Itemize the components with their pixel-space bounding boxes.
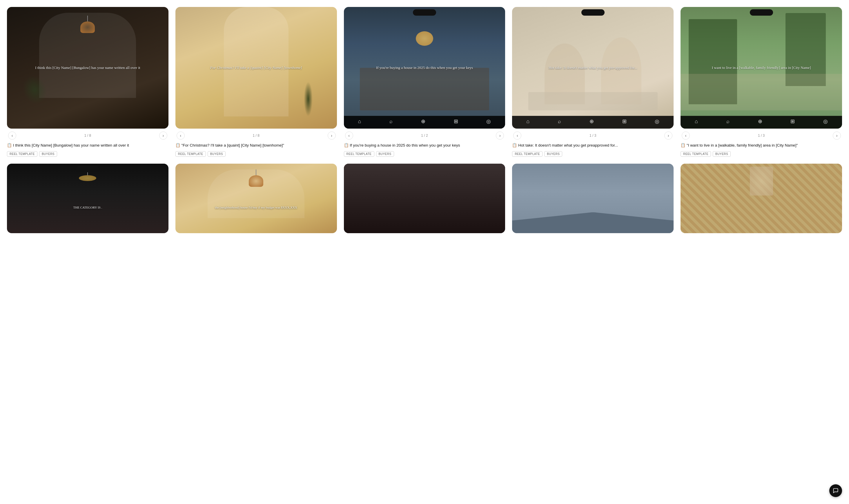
tag-buyers-2[interactable]: BUYERS	[208, 151, 226, 157]
card-6-overlay: THE CATEGORY IS .	[7, 205, 169, 210]
circle-icon-5[interactable]: ◎	[823, 118, 828, 125]
laptop-decor	[528, 92, 657, 110]
home-icon-5[interactable]: ⌂	[695, 119, 698, 125]
grid-icon-5[interactable]: ⊞	[791, 118, 795, 125]
island-decor	[360, 68, 489, 110]
cylinder-decor	[750, 166, 773, 196]
card-3-next[interactable]: ›	[496, 131, 504, 140]
card-9	[512, 164, 674, 233]
card-2-page: 1 / 8	[253, 133, 260, 138]
card-9-image[interactable]	[512, 164, 674, 233]
card-7-overlay: the [neighborhood] house I'd buy if my b…	[175, 205, 337, 210]
card-4-next[interactable]: ›	[664, 131, 672, 140]
card-3-nav: ‹ 1 / 2 ›	[344, 131, 505, 140]
card-4-prev[interactable]: ‹	[513, 131, 521, 140]
card-3-title: 📋 If you're buying a house in 2025 do th…	[344, 143, 505, 148]
pendant-lamp	[416, 31, 433, 46]
card-4-tags: REEL TEMPLATE BUYERS	[512, 151, 674, 157]
phone-bar-5: ⌂ ⌕ ⊕ ⊞ ◎	[680, 116, 842, 129]
card-5-next[interactable]: ›	[833, 131, 841, 140]
card-7-image[interactable]: the [neighborhood] house I'd buy if my b…	[175, 164, 337, 233]
card-grid: I think this [City Name] [Bungalow] has …	[0, 0, 849, 240]
tag-buyers-5[interactable]: BUYERS	[713, 151, 731, 157]
tag-reel-3[interactable]: REEL TEMPLATE	[344, 151, 374, 157]
card-4-title: 📋 Hot take: It doesn't matter what you g…	[512, 143, 674, 148]
card-2-tags: REEL TEMPLATE BUYERS	[175, 151, 337, 157]
card-5-nav: ‹ 1 / 3 ›	[680, 131, 842, 140]
card-2-overlay: For Christmas? I'll take a [quaint] [Cit…	[175, 65, 337, 70]
tag-reel-1[interactable]: REEL TEMPLATE	[7, 151, 37, 157]
card-2-nav: ‹ 1 / 8 ›	[175, 131, 337, 140]
card-6-image[interactable]: THE CATEGORY IS .	[7, 164, 169, 233]
lamp-decor	[80, 16, 95, 33]
tag-buyers-3[interactable]: BUYERS	[376, 151, 394, 157]
card-1-nav: ‹ 1 / 8 ›	[7, 131, 169, 140]
phone-bar-3: ⌂ ⌕ ⊕ ⊞ ◎	[344, 116, 505, 129]
card-4-page: 1 / 3	[589, 133, 596, 138]
street-decor	[680, 74, 842, 110]
tag-reel-5[interactable]: REEL TEMPLATE	[680, 151, 711, 157]
grid-icon-4[interactable]: ⊞	[622, 118, 627, 125]
search-icon-3[interactable]: ⌕	[389, 119, 393, 125]
card-3: If you're buying a house in 2025 do this…	[344, 7, 505, 157]
doorway-decor	[224, 7, 289, 116]
add-icon-4[interactable]: ⊕	[589, 118, 594, 125]
card-8	[344, 164, 505, 233]
card-10	[680, 164, 842, 233]
card-4-nav: ‹ 1 / 3 ›	[512, 131, 674, 140]
card-3-image[interactable]: If you're buying a house in 2025 do this…	[344, 7, 505, 129]
add-icon-5[interactable]: ⊕	[758, 118, 762, 125]
card-4-overlay: Hot take: It doesn't matter what you get…	[512, 65, 674, 70]
grid-icon-3[interactable]: ⊞	[454, 118, 458, 125]
search-icon-4[interactable]: ⌕	[558, 119, 561, 125]
card-1-prev[interactable]: ‹	[8, 131, 16, 140]
phone-notch-5	[750, 9, 773, 16]
circle-icon-4[interactable]: ◎	[655, 118, 659, 125]
home-icon-3[interactable]: ⌂	[358, 119, 361, 125]
card-5: I want to live in a [walkable, family fr…	[680, 7, 842, 157]
card-1: I think this [City Name] [Bungalow] has …	[7, 7, 169, 157]
dark-overlay	[344, 164, 505, 233]
card-2: For Christmas? I'll take a [quaint] [Cit…	[175, 7, 337, 157]
phone-notch-3	[413, 9, 436, 16]
card-4: Hot take: It doesn't matter what you get…	[512, 7, 674, 157]
plant-decor-2	[304, 82, 313, 116]
card-2-next[interactable]: ›	[328, 131, 336, 140]
phone-notch-4	[582, 9, 605, 16]
tag-reel-2[interactable]: REEL TEMPLATE	[175, 151, 206, 157]
tag-buyers-4[interactable]: BUYERS	[544, 151, 562, 157]
card-3-prev[interactable]: ‹	[345, 131, 353, 140]
card-1-tags: REEL TEMPLATE BUYERS	[7, 151, 169, 157]
card-3-page: 1 / 2	[421, 133, 428, 138]
add-icon-3[interactable]: ⊕	[421, 118, 426, 125]
card-5-prev[interactable]: ‹	[682, 131, 690, 140]
card-5-title: 📋 "I want to live in a [walkable, family…	[680, 143, 842, 148]
card-3-tags: REEL TEMPLATE BUYERS	[344, 151, 505, 157]
phone-bar-4: ⌂ ⌕ ⊕ ⊞ ◎	[512, 116, 674, 129]
card-1-overlay: I think this [City Name] [Bungalow] has …	[7, 65, 169, 70]
card-5-image[interactable]: I want to live in a [walkable, family fr…	[680, 7, 842, 129]
card-1-image[interactable]: I think this [City Name] [Bungalow] has …	[7, 7, 169, 129]
phone-notch-6	[76, 166, 99, 172]
card-5-tags: REEL TEMPLATE BUYERS	[680, 151, 842, 157]
card-1-page: 1 / 8	[84, 133, 91, 138]
card-1-next[interactable]: ›	[159, 131, 167, 140]
tag-reel-4[interactable]: REEL TEMPLATE	[512, 151, 542, 157]
lamp-decor-7	[249, 169, 263, 187]
card-2-title: 📋 "For Christmas? I'll take a [quaint] […	[175, 143, 337, 148]
card-7: the [neighborhood] house I'd buy if my b…	[175, 164, 337, 233]
tag-buyers-1[interactable]: BUYERS	[39, 151, 57, 157]
search-icon-5[interactable]: ⌕	[726, 119, 730, 125]
card-2-prev[interactable]: ‹	[177, 131, 185, 140]
card-10-image[interactable]	[680, 164, 842, 233]
card-5-page: 1 / 3	[758, 133, 765, 138]
home-icon-4[interactable]: ⌂	[526, 119, 530, 125]
card-8-image[interactable]	[344, 164, 505, 233]
card-6: THE CATEGORY IS .	[7, 164, 169, 233]
circle-icon-3[interactable]: ◎	[486, 118, 491, 125]
card-5-overlay: I want to live in a [walkable, family fr…	[680, 65, 842, 70]
card-1-title: 📋 I think this [City Name] [Bungalow] ha…	[7, 143, 169, 148]
card-4-image[interactable]: Hot take: It doesn't matter what you get…	[512, 7, 674, 129]
card-3-overlay: If you're buying a house in 2025 do this…	[344, 65, 505, 70]
card-2-image[interactable]: For Christmas? I'll take a [quaint] [Cit…	[175, 7, 337, 129]
